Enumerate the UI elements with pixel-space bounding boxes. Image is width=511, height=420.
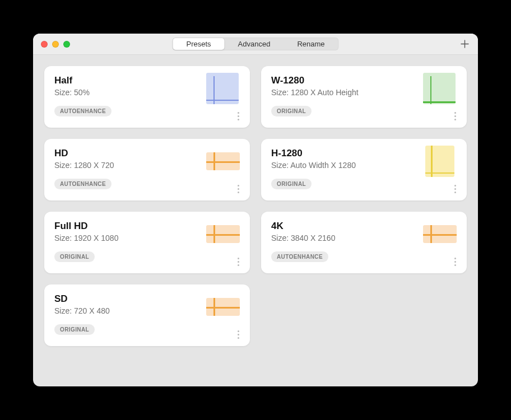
tab-rename[interactable]: Rename <box>284 38 338 50</box>
preset-card[interactable]: SDSize: 720 X 480ORIGINAL <box>44 284 250 346</box>
window-minimize-button[interactable] <box>52 41 59 48</box>
preset-tag-row: ORIGINAL <box>271 106 457 116</box>
preset-more-button[interactable] <box>449 255 461 268</box>
preset-tag: AUTOENHANCE <box>54 179 112 189</box>
preset-thumbnail-icon <box>206 146 240 179</box>
preset-tag: AUTOENHANCE <box>54 106 112 116</box>
preset-tag-row: ORIGINAL <box>271 179 457 189</box>
preset-thumbnail-icon <box>206 218 240 252</box>
window-zoom-button[interactable] <box>63 41 70 48</box>
tab-segmented-control: Presets Advanced Rename <box>172 38 338 50</box>
preset-tag-row: ORIGINAL <box>54 251 240 262</box>
preset-more-button[interactable] <box>232 110 244 122</box>
preset-card[interactable]: HDSize: 1280 X 720AUTOENHANCE <box>44 139 250 200</box>
preset-card[interactable]: 4KSize: 3840 X 2160AUTOENHANCE <box>261 212 467 273</box>
preset-tag-row: AUTOENHANCE <box>271 251 457 262</box>
content-area: HalfSize: 50%AUTOENHANCEW-1280Size: 1280… <box>33 55 478 386</box>
preset-more-button[interactable] <box>449 110 461 122</box>
preset-tag: ORIGINAL <box>271 106 312 116</box>
preset-more-button[interactable] <box>449 183 461 195</box>
traffic-lights <box>41 41 70 48</box>
preset-tag: AUTOENHANCE <box>271 251 328 262</box>
tab-presets[interactable]: Presets <box>173 38 224 50</box>
preset-card[interactable]: HalfSize: 50%AUTOENHANCE <box>44 66 250 128</box>
preset-grid: HalfSize: 50%AUTOENHANCEW-1280Size: 1280… <box>44 66 467 346</box>
preset-thumbnail-icon <box>206 73 240 106</box>
preset-more-button[interactable] <box>232 183 244 195</box>
preset-more-button[interactable] <box>232 255 244 268</box>
preset-more-button[interactable] <box>232 328 244 340</box>
preset-card[interactable]: H-1280Size: Auto Width X 1280ORIGINAL <box>261 139 467 200</box>
preset-tag-row: AUTOENHANCE <box>54 179 240 189</box>
tab-advanced[interactable]: Advanced <box>225 38 284 50</box>
titlebar: Presets Advanced Rename <box>33 34 478 55</box>
preset-card[interactable]: Full HDSize: 1920 X 1080ORIGINAL <box>44 212 250 273</box>
app-window: Presets Advanced Rename HalfSize: 50%AUT… <box>33 34 478 386</box>
preset-card[interactable]: W-1280Size: 1280 X Auto HeightORIGINAL <box>261 66 467 128</box>
preset-tag: ORIGINAL <box>54 324 95 335</box>
preset-tag: ORIGINAL <box>54 251 95 262</box>
add-preset-button[interactable] <box>458 38 471 51</box>
preset-tag-row: ORIGINAL <box>54 324 240 335</box>
preset-tag: ORIGINAL <box>271 179 312 189</box>
window-close-button[interactable] <box>41 41 48 48</box>
plus-icon <box>461 40 469 48</box>
preset-thumbnail-icon <box>423 218 457 252</box>
preset-tag-row: AUTOENHANCE <box>54 106 240 116</box>
preset-thumbnail-icon <box>206 291 240 325</box>
preset-thumbnail-icon <box>423 73 457 106</box>
preset-thumbnail-icon <box>423 146 457 179</box>
